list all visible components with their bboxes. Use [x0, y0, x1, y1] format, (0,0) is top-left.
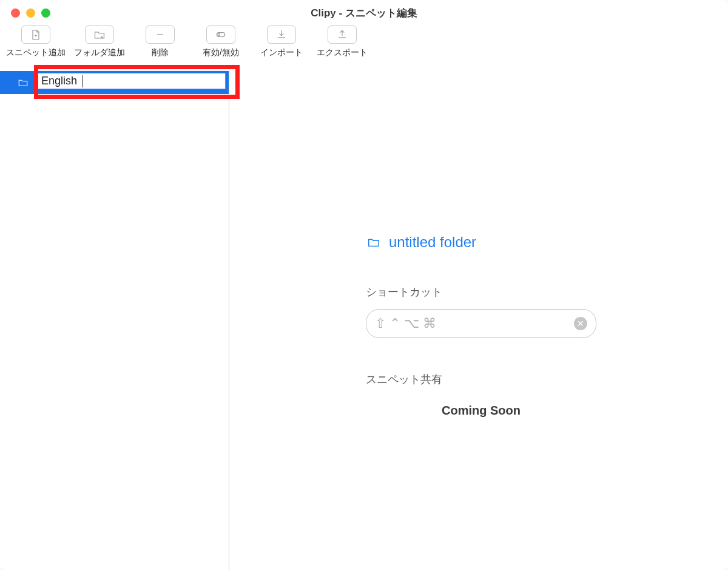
folder-row[interactable]: [0, 71, 229, 94]
toolbar: スニペット追加 フォルダ追加 削除: [0, 25, 728, 71]
toolbar-label: 有効/無効: [203, 47, 239, 58]
add-folder-button[interactable]: フォルダ追加: [73, 25, 126, 58]
file-plus-icon: [29, 29, 42, 41]
shift-icon: ⇧: [375, 316, 386, 331]
import-button[interactable]: インポート: [255, 25, 308, 58]
toolbar-label: フォルダ追加: [74, 47, 125, 58]
toolbar-label: スニペット追加: [6, 47, 66, 58]
folder-name: untitled folder: [389, 234, 476, 251]
traffic-lights: [11, 8, 50, 18]
svg-point-1: [218, 33, 220, 36]
folder-icon: [16, 77, 30, 88]
command-icon: ⌘: [423, 316, 436, 331]
shortcut-label: ショートカット: [366, 285, 608, 299]
export-button[interactable]: エクスポート: [315, 25, 369, 58]
titlebar: Clipy - スニペット編集: [0, 0, 728, 25]
sidebar: [0, 71, 229, 570]
folder-icon: [366, 236, 382, 249]
folder-plus-icon: [93, 29, 106, 41]
toggle-icon: [214, 29, 228, 41]
folder-header: untitled folder: [366, 234, 608, 251]
clear-shortcut-button[interactable]: ✕: [574, 317, 587, 330]
coming-soon-text: Coming Soon: [366, 404, 596, 418]
window-title: Clipy - スニペット編集: [311, 6, 417, 20]
text-cursor: [83, 75, 83, 87]
folder-rename-input[interactable]: [41, 75, 84, 87]
minimize-button[interactable]: [26, 8, 35, 18]
toggle-button[interactable]: 有効/無効: [194, 25, 248, 58]
toolbar-label: インポート: [260, 47, 303, 58]
folder-rename-field[interactable]: [38, 73, 226, 89]
app-window: Clipy - スニペット編集 スニペット追加 フォルダ追加: [0, 0, 728, 570]
toolbar-label: 削除: [152, 47, 169, 58]
close-icon: ✕: [577, 319, 584, 328]
share-label: スニペット共有: [366, 372, 608, 387]
detail-pane: untitled folder ショートカット ⇧ ⌃ ⌥ ⌘ ✕ スニペット共…: [229, 71, 728, 570]
toolbar-label: エクスポート: [317, 47, 368, 58]
export-icon: [335, 29, 349, 41]
add-snippet-button[interactable]: スニペット追加: [6, 25, 66, 58]
shortcut-glyphs: ⇧ ⌃ ⌥ ⌘: [375, 316, 569, 331]
zoom-button[interactable]: [41, 8, 50, 18]
delete-button[interactable]: 削除: [133, 25, 187, 58]
control-icon: ⌃: [389, 316, 400, 331]
minus-icon: [153, 29, 167, 41]
body-split: untitled folder ショートカット ⇧ ⌃ ⌥ ⌘ ✕ スニペット共…: [0, 71, 728, 570]
import-icon: [275, 29, 288, 41]
shortcut-field[interactable]: ⇧ ⌃ ⌥ ⌘ ✕: [366, 309, 596, 338]
close-button[interactable]: [11, 8, 20, 18]
option-icon: ⌥: [404, 316, 419, 331]
